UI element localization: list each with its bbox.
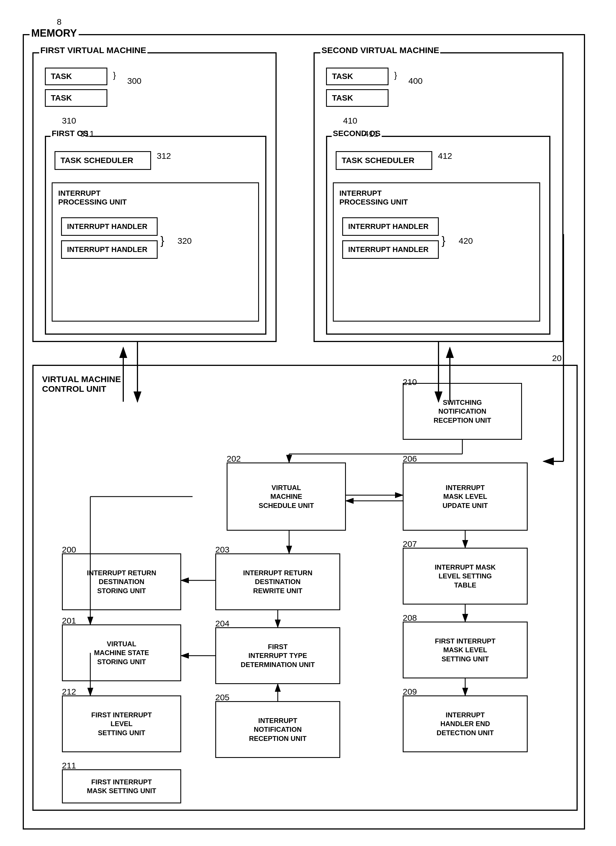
brace-400: } [394,70,397,80]
first-handlers-group: INTERRUPT HANDLER INTERRUPT HANDLER [61,217,158,259]
diagram-root: 8 MEMORY 30 FIRST VIRTUAL MACHINE TASK T… [23,17,596,835]
main-ref: 8 [57,17,62,27]
second-vm-box: SECOND VIRTUAL MACHINE TASK TASK } 400 4… [314,52,563,342]
second-vm-label: SECOND VIRTUAL MACHINE [320,46,440,55]
brace-320: } [160,234,164,247]
first-task-1: TASK [45,68,107,85]
ref-411: 411 [364,129,378,139]
second-vm-tasks: TASK TASK [326,68,389,111]
second-interrupt-proc-label: INTERRUPTPROCESSING UNIT [339,189,408,207]
memory-label: MEMORY [29,27,79,39]
first-vm-box: FIRST VIRTUAL MACHINE TASK TASK } 300 31… [32,52,277,342]
first-os-box: FIRST OS 311 TASK SCHEDULER 312 INTERRUP… [45,136,266,335]
second-task-scheduler: TASK SCHEDULER [336,151,432,170]
first-interrupt-proc-box: INTERRUPTPROCESSING UNIT INTERRUPT HANDL… [52,182,259,322]
first-interrupt-handler-2: INTERRUPT HANDLER [61,240,158,259]
first-task-2: TASK [45,89,107,107]
second-task-2: TASK [326,89,389,107]
first-interrupt-proc-label: INTERRUPTPROCESSING UNIT [58,189,127,207]
first-task-scheduler: TASK SCHEDULER [54,151,151,170]
second-interrupt-proc-box: INTERRUPTPROCESSING UNIT INTERRUPT HANDL… [333,182,540,322]
ref-410: 410 [343,116,357,126]
ref-412: 412 [438,151,452,161]
first-interrupt-handler-1: INTERRUPT HANDLER [61,217,158,236]
ref-400: 400 [408,76,422,86]
ref-300: } [113,70,116,80]
ref-320: 320 [177,236,192,246]
ref-311: 311 [80,129,94,139]
second-handlers-group: INTERRUPT HANDLER INTERRUPT HANDLER [342,217,439,259]
second-os-box: SECOND OS 411 TASK SCHEDULER 412 INTERRU… [326,136,550,335]
second-interrupt-handler-2: INTERRUPT HANDLER [342,240,439,259]
ref-300-label: 300 [127,76,141,86]
ref-310: 310 [62,116,76,126]
vmcu-box: VIRTUAL MACHINECONTROL UNIT SWITCHINGNOT… [32,365,578,811]
ref-420: 420 [459,236,473,246]
vmcu-arrows [34,366,576,810]
first-vm-label: FIRST VIRTUAL MACHINE [39,46,147,55]
memory-box: MEMORY 30 FIRST VIRTUAL MACHINE TASK TAS… [23,34,585,830]
second-interrupt-handler-1: INTERRUPT HANDLER [342,217,439,236]
brace-420: } [441,234,445,247]
ref-20: 20 [552,353,562,363]
ref-312: 312 [157,151,171,161]
first-vm-tasks: TASK TASK [45,68,107,111]
second-task-1: TASK [326,68,389,85]
